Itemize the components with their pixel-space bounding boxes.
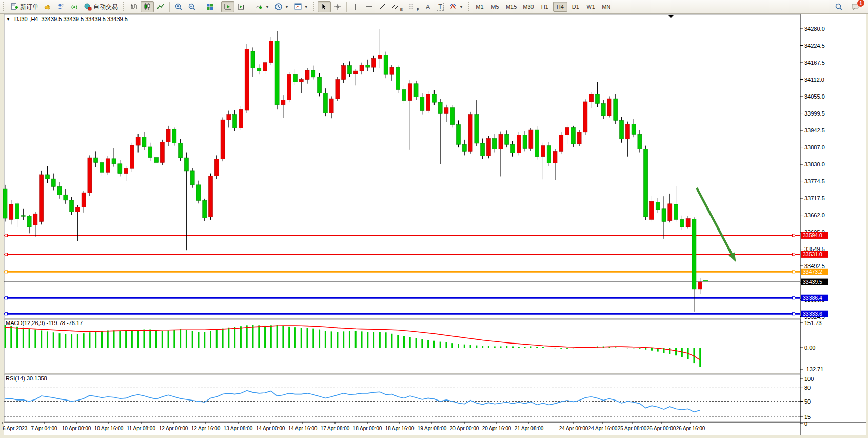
line-anchor[interactable] bbox=[793, 271, 795, 273]
trendline-tool[interactable] bbox=[376, 1, 389, 12]
main-chart-panel[interactable] bbox=[4, 14, 800, 318]
line-anchor[interactable] bbox=[793, 313, 795, 315]
horizontal-line-icon bbox=[365, 3, 373, 11]
candle-body bbox=[535, 130, 539, 157]
candle-body bbox=[649, 201, 654, 219]
candlestick-chart-button[interactable] bbox=[141, 1, 154, 12]
notifications-button[interactable]: 1 bbox=[849, 1, 862, 12]
candle-body bbox=[190, 171, 194, 185]
crosshair-icon bbox=[333, 3, 342, 11]
text-tool[interactable]: A bbox=[422, 1, 434, 12]
arrows-tool[interactable]: ▼ bbox=[446, 1, 466, 12]
candle-body bbox=[27, 216, 31, 227]
svg-text:25 Apr 08:00: 25 Apr 08:00 bbox=[618, 426, 647, 431]
candle-body bbox=[329, 99, 333, 113]
candle-body bbox=[426, 94, 430, 111]
candle-body bbox=[547, 146, 551, 163]
chart-shift-button[interactable] bbox=[234, 1, 248, 12]
candle-body bbox=[51, 179, 55, 186]
symbol-dropdown-icon[interactable]: ▼ bbox=[6, 17, 10, 22]
label-tool[interactable]: T bbox=[434, 1, 446, 12]
svg-text:20 Apr 16:00: 20 Apr 16:00 bbox=[482, 426, 511, 431]
timeframe-m1[interactable]: M1 bbox=[472, 2, 487, 12]
add-indicator-button[interactable]: ▼ bbox=[252, 1, 272, 12]
svg-text:34112.0: 34112.0 bbox=[804, 77, 824, 83]
last-price-tick bbox=[703, 280, 708, 281]
candle-body bbox=[486, 139, 490, 156]
candle-body bbox=[457, 125, 461, 145]
svg-text:18 Apr 00:00: 18 Apr 00:00 bbox=[353, 426, 382, 431]
vertical-line-tool[interactable] bbox=[349, 1, 362, 12]
community-button[interactable] bbox=[54, 1, 68, 12]
svg-text:14 Apr 00:00: 14 Apr 00:00 bbox=[256, 426, 285, 431]
auto-scroll-button[interactable] bbox=[221, 1, 234, 12]
timeframe-d1[interactable]: D1 bbox=[568, 2, 583, 12]
candle-body bbox=[553, 151, 557, 163]
chart-title: ▼ DJ30-,H4 33439.5 33439.5 33439.5 33439… bbox=[6, 16, 128, 22]
candle-body bbox=[64, 195, 68, 200]
candle-body bbox=[263, 63, 267, 71]
chart-canvas[interactable]: 34280.034224.534167.534112.034055.033999… bbox=[0, 0, 868, 438]
horizontal-line-tool[interactable] bbox=[362, 1, 376, 12]
periods-button[interactable]: ▼ bbox=[272, 1, 291, 12]
equidistant-channel-tool[interactable]: E bbox=[389, 1, 405, 12]
line-anchor[interactable] bbox=[793, 297, 795, 299]
candle-body bbox=[299, 80, 303, 82]
zoom-out-button[interactable] bbox=[185, 1, 199, 12]
candle-body bbox=[402, 90, 406, 101]
timeframe-mn[interactable]: MN bbox=[599, 2, 614, 12]
auto-scroll-icon bbox=[224, 3, 232, 11]
candle-body bbox=[577, 132, 581, 144]
alerts-button[interactable] bbox=[41, 1, 54, 12]
timeframe-h1[interactable]: H1 bbox=[538, 2, 552, 12]
candle-body bbox=[305, 70, 309, 80]
fibonacci-tool[interactable]: F bbox=[405, 1, 422, 12]
line-anchor[interactable] bbox=[793, 253, 795, 256]
line-chart-button[interactable] bbox=[154, 1, 167, 12]
candle-body bbox=[565, 127, 569, 135]
svg-text:0.00: 0.00 bbox=[804, 345, 815, 351]
svg-text:14 Apr 16:00: 14 Apr 16:00 bbox=[288, 426, 318, 431]
candle-body bbox=[118, 164, 122, 174]
search-button[interactable] bbox=[832, 1, 845, 12]
candle-body bbox=[481, 143, 485, 156]
candle-body bbox=[529, 130, 533, 148]
auto-trading-icon bbox=[84, 3, 92, 11]
tile-windows-button[interactable] bbox=[203, 1, 216, 12]
svg-text:33473.2: 33473.2 bbox=[803, 269, 822, 275]
zoom-in-button[interactable] bbox=[172, 1, 185, 12]
signals-button[interactable] bbox=[68, 1, 81, 12]
svg-text:33942.5: 33942.5 bbox=[804, 127, 825, 134]
candle-body bbox=[166, 129, 170, 142]
bar-chart-button[interactable] bbox=[127, 1, 141, 12]
new-order-button[interactable]: 新订单 bbox=[8, 1, 41, 12]
svg-text:151.73: 151.73 bbox=[804, 320, 822, 326]
timeframe-m15[interactable]: M15 bbox=[503, 2, 519, 12]
cursor-tool-button[interactable] bbox=[318, 1, 331, 12]
line-anchor[interactable] bbox=[793, 234, 795, 237]
timeframe-m30[interactable]: M30 bbox=[520, 2, 536, 12]
toolbar-grip[interactable] bbox=[123, 2, 125, 11]
toolbar-grip[interactable] bbox=[468, 2, 470, 11]
svg-text:33439.5: 33439.5 bbox=[803, 279, 822, 285]
main-toolbar: 新订单 自动交易 bbox=[0, 0, 868, 14]
line-anchor[interactable] bbox=[5, 253, 8, 256]
svg-text:7 Apr 04:00: 7 Apr 04:00 bbox=[31, 426, 57, 431]
timeframe-m5[interactable]: M5 bbox=[488, 2, 502, 12]
candle-body bbox=[100, 162, 104, 172]
line-anchor[interactable] bbox=[5, 271, 8, 273]
candle-body bbox=[662, 209, 666, 222]
macd-panel[interactable] bbox=[4, 319, 800, 373]
line-anchor[interactable] bbox=[5, 297, 8, 299]
crosshair-tool-button[interactable] bbox=[331, 1, 344, 12]
templates-button[interactable]: ▼ bbox=[291, 1, 311, 12]
toolbar-grip[interactable] bbox=[3, 2, 6, 11]
line-anchor[interactable] bbox=[5, 313, 8, 315]
line-anchor[interactable] bbox=[5, 234, 8, 237]
svg-text:10 Apr 16:00: 10 Apr 16:00 bbox=[94, 426, 124, 431]
auto-trading-button[interactable]: 自动交易 bbox=[81, 1, 121, 12]
toolbar-grip[interactable] bbox=[313, 2, 315, 11]
timeframe-w1[interactable]: W1 bbox=[584, 2, 598, 12]
candle-body bbox=[601, 103, 605, 115]
timeframe-h4[interactable]: H4 bbox=[553, 2, 567, 12]
